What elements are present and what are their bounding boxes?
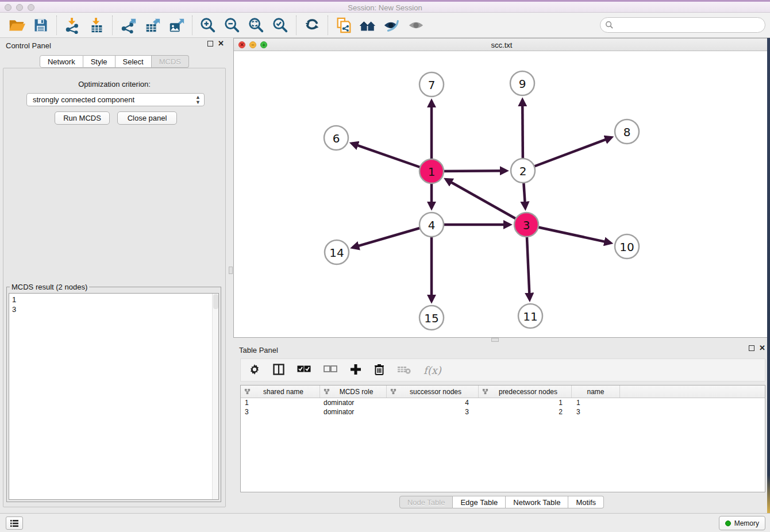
svg-text:11: 11 (523, 310, 537, 323)
table-options-button[interactable] (249, 364, 260, 377)
add-column-button[interactable] (350, 364, 361, 377)
zoom-out-button[interactable] (220, 14, 244, 36)
close-panel-icon[interactable]: ✕ (218, 41, 224, 47)
column-mapped-icon (482, 388, 488, 395)
svg-text:4: 4 (428, 218, 436, 232)
tab-style[interactable]: Style (83, 55, 116, 68)
control-panel-title: Control Panel (6, 41, 51, 50)
table-cell[interactable]: 2 (479, 408, 572, 416)
table-cell[interactable]: 3 (572, 408, 620, 416)
node-table-header: shared name MCDS role successor nodes pr… (241, 385, 765, 398)
hide-selected-button[interactable] (380, 14, 404, 36)
trash-icon (374, 364, 384, 377)
tab-node-table[interactable]: Node Table (399, 496, 453, 508)
column-header-shared-name[interactable]: shared name (241, 385, 320, 398)
run-mcds-button[interactable]: Run MCDS (55, 111, 110, 125)
tab-select[interactable]: Select (116, 55, 152, 68)
tab-mcds[interactable]: MCDS (152, 55, 189, 68)
splitter-grip[interactable] (491, 338, 499, 342)
network-canvas[interactable]: 7968124314101511 (234, 51, 769, 337)
show-all-button[interactable] (404, 14, 428, 36)
show-columns-button[interactable] (273, 364, 284, 377)
import-table-button[interactable] (84, 14, 109, 36)
node-4[interactable]: 4 (419, 213, 444, 237)
function-builder-button[interactable]: f(x) (424, 364, 441, 376)
network-window-titlebar: ✕ − ＋ scc.txt (234, 38, 769, 51)
node-8[interactable]: 8 (615, 119, 639, 144)
node-10[interactable]: 10 (615, 234, 639, 259)
node-6[interactable]: 6 (324, 126, 348, 150)
zoom-selected-button[interactable] (268, 14, 292, 36)
vertical-splitter[interactable] (229, 38, 233, 513)
delete-table-button[interactable] (397, 365, 411, 376)
tab-network[interactable]: Network (40, 55, 83, 68)
svg-text:7: 7 (428, 78, 436, 92)
column-header-predecessor-nodes[interactable]: predecessor nodes (479, 385, 572, 398)
edge-2-8[interactable] (523, 137, 611, 171)
float-panel-icon[interactable] (749, 345, 754, 351)
svg-text:2: 2 (519, 164, 527, 178)
table-row[interactable]: 1dominator411 (241, 398, 765, 407)
new-network-from-selection-button[interactable] (332, 14, 356, 36)
float-panel-icon[interactable] (207, 41, 213, 47)
export-image-button[interactable] (164, 14, 188, 36)
first-neighbors-button[interactable] (356, 14, 380, 36)
node-3[interactable]: 3 (514, 213, 538, 237)
memory-button[interactable]: Memory (719, 516, 765, 530)
table-cell[interactable]: 1 (479, 399, 572, 407)
export-network-button[interactable] (116, 14, 140, 36)
mcds-result-text: 1 3 (9, 294, 218, 315)
table-panel-header: Table Panel ✕ (233, 342, 770, 357)
column-header-mcds-role[interactable]: MCDS role (320, 385, 387, 398)
edge-3-1[interactable] (446, 179, 526, 225)
apply-layout-button[interactable] (300, 14, 324, 36)
node-11[interactable]: 11 (518, 304, 542, 328)
task-history-button[interactable] (6, 516, 23, 530)
open-session-button[interactable] (5, 14, 29, 36)
tab-network-table[interactable]: Network Table (506, 496, 568, 508)
table-cell[interactable]: 3 (387, 408, 479, 416)
import-network-button[interactable] (60, 14, 84, 36)
save-session-button[interactable] (29, 14, 53, 36)
table-cell[interactable]: dominator (320, 399, 387, 407)
search-input[interactable] (600, 17, 765, 33)
column-header-successor-nodes[interactable]: successor nodes (387, 385, 479, 398)
splitter-grip[interactable] (229, 267, 233, 274)
node-15[interactable]: 15 (419, 306, 444, 330)
mcds-result-box[interactable]: 1 3 (9, 293, 219, 500)
zoom-in-button[interactable] (196, 14, 220, 36)
unselect-all-columns-button[interactable] (324, 365, 337, 375)
table-cell[interactable]: 1 (572, 399, 620, 407)
status-bar: Memory (0, 513, 770, 532)
node-2[interactable]: 2 (511, 159, 535, 183)
table-row[interactable]: 3dominator323 (241, 407, 765, 417)
close-panel-icon[interactable]: ✕ (759, 345, 765, 351)
table-cell[interactable]: 3 (241, 408, 320, 416)
svg-text:1: 1 (428, 165, 436, 179)
fx-icon: f(x) (424, 364, 441, 376)
select-all-columns-button[interactable] (297, 365, 311, 375)
edge-3-10[interactable] (526, 225, 611, 243)
main-toolbar (0, 13, 770, 38)
node-14[interactable]: 14 (325, 240, 349, 264)
zoom-fit-button[interactable] (244, 14, 268, 36)
node-9[interactable]: 9 (510, 71, 534, 95)
node-1[interactable]: 1 (419, 159, 444, 183)
import-network-icon (64, 17, 81, 34)
horizontal-splitter[interactable] (233, 338, 770, 342)
node-table: shared name MCDS role successor nodes pr… (240, 385, 765, 492)
table-cell[interactable]: 1 (241, 399, 320, 407)
table-cell[interactable]: 4 (387, 399, 479, 407)
column-header-name[interactable]: name (572, 385, 620, 398)
result-scrollbar[interactable] (212, 294, 218, 499)
tab-edge-table[interactable]: Edge Table (453, 496, 506, 508)
table-cell[interactable]: dominator (320, 408, 387, 416)
criterion-dropdown[interactable]: strongly connected component ▲▼ (26, 93, 205, 106)
search-icon (605, 21, 614, 29)
tab-motifs[interactable]: Motifs (568, 496, 604, 508)
delete-columns-button[interactable] (374, 364, 384, 377)
export-table-button[interactable] (140, 14, 164, 36)
close-panel-button[interactable]: Close panel (117, 111, 177, 125)
result-scrollbar-thumb[interactable] (213, 294, 218, 309)
node-7[interactable]: 7 (419, 72, 444, 97)
